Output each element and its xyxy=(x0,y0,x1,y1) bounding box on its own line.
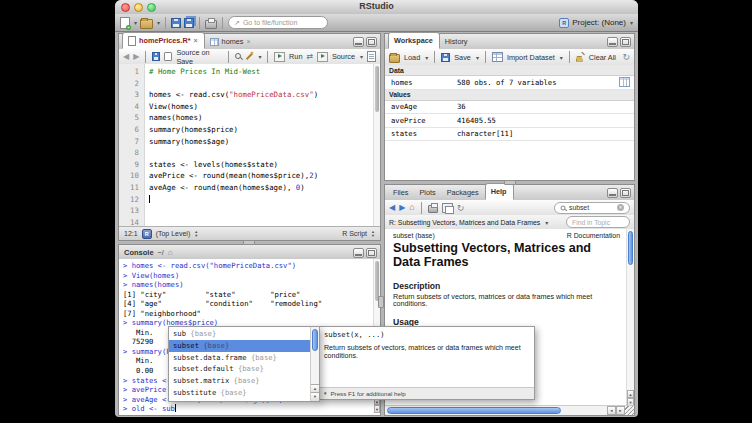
view-data-icon[interactable] xyxy=(619,77,630,87)
tab-help[interactable]: Help xyxy=(485,183,514,200)
code-tools-dropdown-icon[interactable]: ▾ xyxy=(258,53,261,60)
workspace-row-aveage[interactable]: aveAge 36 xyxy=(385,101,634,115)
horizontal-splitter-grip[interactable] xyxy=(504,180,516,185)
autocomplete-scrollbar[interactable]: ▲ ▼ xyxy=(310,327,319,401)
minimize-window-button[interactable] xyxy=(134,3,143,12)
autocomplete-item-selected[interactable]: subset {base} xyxy=(169,340,310,352)
tab-history[interactable]: History xyxy=(440,34,474,49)
clear-all-button[interactable]: Clear All xyxy=(589,53,616,62)
minimize-pane-button[interactable] xyxy=(607,37,618,47)
open-file-dropdown-icon[interactable]: ▾ xyxy=(157,19,160,26)
help-scroll-arrows[interactable]: ▲▼ xyxy=(627,390,634,406)
editor-scrollbar[interactable] xyxy=(373,64,380,227)
clear-all-icon[interactable] xyxy=(576,53,585,62)
workspace-row-aveprice[interactable]: avePrice 416405.55 xyxy=(385,114,634,128)
open-in-new-window-icon[interactable] xyxy=(442,203,453,213)
resize-grip[interactable] xyxy=(625,406,634,415)
topic-selector[interactable]: R: Subsetting Vectors, Matrices and Data… xyxy=(389,219,540,226)
load-workspace-icon[interactable] xyxy=(389,54,400,63)
save-dropdown-icon[interactable]: ▾ xyxy=(476,54,479,61)
run-button[interactable]: Run xyxy=(289,52,302,61)
file-type-selector[interactable]: R Script xyxy=(342,230,367,237)
workspace-row-states[interactable]: states character[11] xyxy=(385,128,634,142)
minimize-pane-button[interactable] xyxy=(607,188,618,198)
load-dropdown-icon[interactable]: ▾ xyxy=(425,54,428,61)
tab-files[interactable]: Files xyxy=(388,185,414,200)
import-dataset-button[interactable]: Import Dataset xyxy=(507,53,555,62)
source-icon[interactable] xyxy=(317,52,328,62)
autocomplete-item[interactable]: subset.default {base} xyxy=(169,363,310,375)
vertical-splitter-grip[interactable] xyxy=(378,296,384,308)
save-all-icon[interactable] xyxy=(184,18,194,28)
run-icon[interactable] xyxy=(274,52,285,62)
autocomplete-item[interactable]: subset.data.frame {base} xyxy=(169,352,310,364)
compile-notebook-icon[interactable] xyxy=(367,51,376,62)
project-menu[interactable]: R Project: (None) ▾ xyxy=(559,18,633,28)
source-dropdown-icon[interactable]: ▾ xyxy=(360,53,363,60)
maximize-pane-button[interactable] xyxy=(366,248,377,258)
save-workspace-icon[interactable] xyxy=(441,53,450,62)
code-editor[interactable]: 1# Home Prices In Mid-West 2 3homes <- r… xyxy=(119,64,380,227)
help-forward-icon[interactable]: ▶ xyxy=(399,204,405,212)
console-caret xyxy=(175,404,176,412)
close-tab-icon[interactable]: × xyxy=(247,38,251,45)
save-source-icon[interactable] xyxy=(152,52,160,61)
maximize-pane-button[interactable] xyxy=(620,37,631,47)
console-working-dir: ~/ xyxy=(158,249,164,256)
new-file-icon[interactable]: + xyxy=(120,17,130,29)
help-back-icon[interactable]: ◀ xyxy=(389,204,395,212)
desktop: RStudio + ▾ ▾ ↗ Go to file/function R Pr… xyxy=(0,0,752,423)
minimize-pane-button[interactable] xyxy=(353,37,364,47)
help-scrollbar[interactable] xyxy=(626,229,634,406)
maximize-pane-button[interactable] xyxy=(620,188,631,198)
tab-workspace[interactable]: Workspace xyxy=(388,32,440,49)
doc-kind: R Documentation xyxy=(567,232,620,239)
title-bar[interactable]: RStudio xyxy=(115,0,638,15)
tab-plots[interactable]: Plots xyxy=(414,185,441,200)
autocomplete-item[interactable]: subset.matrix {base} xyxy=(169,375,310,387)
zoom-window-button[interactable] xyxy=(147,3,156,12)
print-icon[interactable] xyxy=(205,20,217,29)
import-dropdown-icon[interactable]: ▾ xyxy=(560,54,563,61)
open-file-icon[interactable] xyxy=(140,19,153,29)
goto-file-function-input[interactable]: ↗ Go to file/function xyxy=(228,16,328,29)
autocomplete-tooltip: subset(x, ...) Return subsets of vectors… xyxy=(318,326,535,400)
back-icon[interactable]: ◀ xyxy=(123,53,129,61)
maximize-pane-button[interactable] xyxy=(366,37,377,47)
find-replace-icon[interactable] xyxy=(235,53,242,61)
hscroll-left-arrow[interactable]: ◂ xyxy=(607,406,616,415)
source-on-save-checkbox[interactable] xyxy=(164,52,172,61)
rerun-icon[interactable]: ⇄ xyxy=(306,53,313,61)
source-button[interactable]: Source xyxy=(332,52,355,61)
import-dataset-icon[interactable] xyxy=(492,52,503,62)
horizontal-splitter-grip[interactable] xyxy=(243,240,255,245)
find-in-topic-input[interactable]: Find in Topic xyxy=(566,216,630,228)
help-refresh-icon[interactable]: ↻ xyxy=(457,203,465,213)
help-print-icon[interactable] xyxy=(428,205,438,213)
clear-search-icon[interactable]: × xyxy=(617,204,624,211)
code-tools-icon[interactable] xyxy=(246,52,254,61)
topic-dropdown-icon[interactable]: ▾ xyxy=(545,219,548,226)
toolbar-separator xyxy=(165,17,166,29)
load-button[interactable]: Load xyxy=(404,53,420,62)
scope-selector[interactable]: (Top Level) xyxy=(156,230,191,237)
new-file-dropdown-icon[interactable]: ▾ xyxy=(134,19,137,26)
autocomplete-item[interactable]: sub {base} xyxy=(169,328,310,340)
workspace-row-homes[interactable]: homes 580 obs. of 7 variables xyxy=(385,76,634,90)
tab-packages[interactable]: Packages xyxy=(442,185,485,200)
help-home-icon[interactable]: ⌂ xyxy=(409,203,414,212)
help-search-input[interactable]: subset × xyxy=(554,202,630,214)
home-dir-icon[interactable]: ⌂ xyxy=(168,248,173,257)
autocomplete-item[interactable]: substitute {base} xyxy=(169,387,310,399)
save-icon[interactable] xyxy=(171,18,181,28)
minimize-pane-button[interactable] xyxy=(353,248,364,258)
scroll-down-arrow[interactable]: ▼ xyxy=(311,392,319,401)
forward-icon[interactable]: ▶ xyxy=(133,53,139,61)
help-hscrollbar[interactable]: ◂ ▸ xyxy=(385,405,634,415)
tab-homeprices-r[interactable]: homePrices.R* × xyxy=(122,32,205,49)
close-tab-icon[interactable]: × xyxy=(194,37,198,44)
hscroll-right-arrow[interactable]: ▸ xyxy=(616,406,625,415)
close-window-button[interactable] xyxy=(121,3,130,12)
save-button[interactable]: Save xyxy=(454,53,471,62)
refresh-icon[interactable]: ↻ xyxy=(622,52,630,62)
